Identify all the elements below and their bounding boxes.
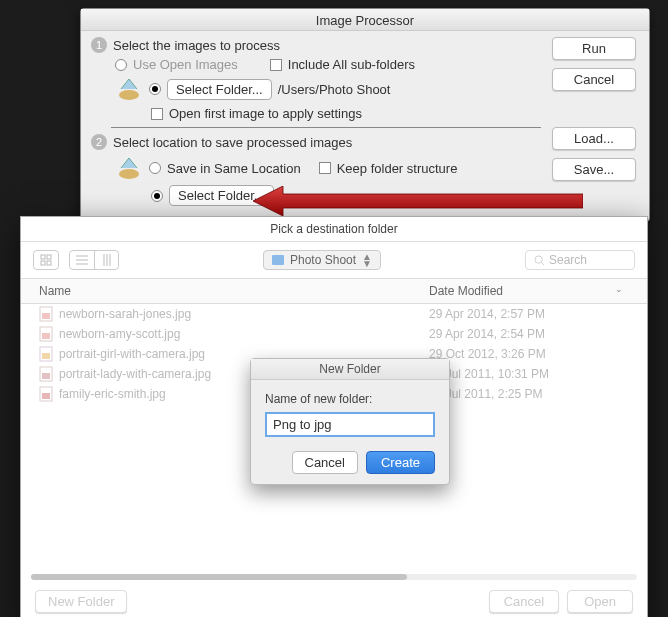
select-folder-button-1[interactable]: Select Folder... <box>167 79 272 100</box>
open-first-image-row: Open first image to apply settings <box>151 106 541 121</box>
save-button[interactable]: Save... <box>552 158 636 181</box>
modal-title: New Folder <box>251 359 449 380</box>
photoshop-folder-icon <box>115 75 143 103</box>
cancel-button[interactable]: Cancel <box>552 68 636 91</box>
save-location-row: Save in Same Location Keep folder struct… <box>115 154 541 182</box>
image-file-icon <box>39 306 53 322</box>
modal-cancel-button[interactable]: Cancel <box>292 451 358 474</box>
chevron-down-icon: ⌄ <box>615 284 623 298</box>
step-2-badge: 2 <box>91 134 107 150</box>
modal-create-button[interactable]: Create <box>366 451 435 474</box>
svg-rect-20 <box>42 353 50 359</box>
radio-select-folder-1[interactable] <box>149 83 161 95</box>
svg-rect-22 <box>42 373 50 379</box>
svg-rect-24 <box>42 393 50 399</box>
modal-label: Name of new folder: <box>265 392 435 406</box>
column-header-name[interactable]: Name <box>39 284 429 298</box>
svg-rect-6 <box>47 261 51 265</box>
section-divider <box>111 127 541 128</box>
svg-rect-16 <box>42 313 50 319</box>
icon-view-icon[interactable] <box>34 251 58 269</box>
list-item[interactable]: newborn-amy-scott.jpg 29 Apr 2014, 2:54 … <box>21 324 647 344</box>
step-2-label: Select location to save processed images <box>113 135 352 150</box>
step-1-badge: 1 <box>91 37 107 53</box>
finder-title: Pick a destination folder <box>21 217 647 242</box>
radio-use-open-images[interactable] <box>115 59 127 71</box>
use-open-images-row: Use Open Images Include All sub-folders <box>115 57 541 72</box>
search-placeholder: Search <box>549 253 587 267</box>
image-file-icon <box>39 366 53 382</box>
image-file-icon <box>39 346 53 362</box>
load-button[interactable]: Load... <box>552 127 636 150</box>
svg-line-14 <box>541 262 544 265</box>
ip-title: Image Processor <box>81 9 649 31</box>
path-label: Photo Shoot <box>290 253 356 267</box>
svg-rect-4 <box>47 255 51 259</box>
svg-point-0 <box>119 90 139 100</box>
svg-point-13 <box>535 255 542 262</box>
folder-path-label: /Users/Photo Shoot <box>278 82 391 97</box>
include-subfolders-label: Include All sub-folders <box>288 57 415 72</box>
checkbox-include-subfolders[interactable] <box>270 59 282 71</box>
search-icon <box>534 255 545 266</box>
chevron-updown-icon: ▲▼ <box>362 253 372 267</box>
svg-rect-18 <box>42 333 50 339</box>
new-folder-button[interactable]: New Folder <box>35 590 127 613</box>
view-toggle-list[interactable] <box>69 250 119 270</box>
open-button[interactable]: Open <box>567 590 633 613</box>
step-2-header: 2 Select location to save processed imag… <box>91 134 541 150</box>
image-file-icon <box>39 386 53 402</box>
checkbox-keep-folder-structure[interactable] <box>319 162 331 174</box>
horizontal-scrollbar[interactable] <box>31 574 637 580</box>
svg-rect-3 <box>41 255 45 259</box>
step-1-label: Select the images to process <box>113 38 280 53</box>
image-file-icon <box>39 326 53 342</box>
svg-rect-5 <box>41 261 45 265</box>
list-item[interactable]: newborn-sarah-jones.jpg 29 Apr 2014, 2:5… <box>21 304 647 324</box>
svg-point-1 <box>119 169 139 179</box>
select-folder-button-2[interactable]: Select Folder... <box>169 185 274 206</box>
checkbox-open-first-image[interactable] <box>151 108 163 120</box>
select-folder-row-1: Select Folder... /Users/Photo Shoot <box>115 75 541 103</box>
path-dropdown[interactable]: Photo Shoot ▲▼ <box>263 250 381 270</box>
use-open-images-label: Use Open Images <box>133 57 238 72</box>
finder-cancel-button[interactable]: Cancel <box>489 590 559 613</box>
folder-icon <box>272 255 284 265</box>
list-view-icon[interactable] <box>70 251 94 269</box>
photoshop-folder-icon-2 <box>115 154 143 182</box>
search-input[interactable]: Search <box>525 250 635 270</box>
new-folder-name-input[interactable] <box>265 412 435 437</box>
view-toggle-icon-grid[interactable] <box>33 250 59 270</box>
radio-save-same-location[interactable] <box>149 162 161 174</box>
open-first-image-label: Open first image to apply settings <box>169 106 362 121</box>
radio-select-folder-2[interactable] <box>151 190 163 202</box>
save-same-location-label: Save in Same Location <box>167 161 301 176</box>
select-folder-row-2: Select Folder... <box>151 185 541 206</box>
column-header-date[interactable]: Date Modified ⌄ <box>429 284 629 298</box>
new-folder-dialog: New Folder Name of new folder: Cancel Cr… <box>250 358 450 485</box>
run-button[interactable]: Run <box>552 37 636 60</box>
image-processor-window: Image Processor 1 Select the images to p… <box>80 8 650 222</box>
column-view-icon[interactable] <box>94 251 118 269</box>
keep-folder-structure-label: Keep folder structure <box>337 161 458 176</box>
step-1-header: 1 Select the images to process <box>91 37 541 53</box>
